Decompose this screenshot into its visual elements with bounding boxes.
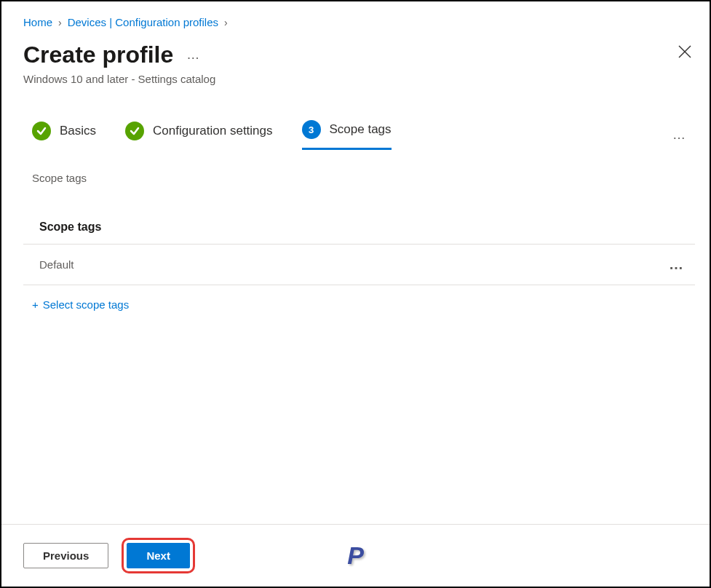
chevron-right-icon: › [58, 17, 62, 28]
plus-icon: + [32, 298, 39, 311]
previous-button[interactable]: Previous [23, 543, 108, 568]
more-steps-icon[interactable]: … [672, 127, 695, 143]
close-icon [678, 45, 691, 58]
breadcrumb: Home › Devices | Configuration profiles … [23, 16, 695, 28]
close-button[interactable] [675, 41, 695, 62]
more-options-icon[interactable]: … [186, 47, 201, 63]
row-more-icon[interactable]: … [669, 256, 685, 273]
wizard-step-basics[interactable]: Basics [32, 122, 96, 149]
section-label: Scope tags [23, 172, 695, 184]
check-icon [125, 122, 144, 140]
check-icon [32, 122, 51, 140]
select-link-label: Select scope tags [43, 298, 129, 311]
table-header: Scope tags [23, 220, 695, 245]
wizard-step-config[interactable]: Configuration settings [125, 122, 272, 149]
breadcrumb-home[interactable]: Home [23, 16, 52, 28]
next-button[interactable]: Next [127, 543, 190, 568]
brand-logo: P [347, 541, 364, 570]
page-subtitle: Windows 10 and later - Settings catalog [23, 73, 695, 85]
step-number-icon: 3 [302, 120, 321, 139]
page-title: Create profile [23, 41, 173, 68]
breadcrumb-devices[interactable]: Devices | Configuration profiles [68, 16, 218, 28]
select-scope-tags-link[interactable]: + Select scope tags [23, 285, 129, 311]
wizard-step-scope-tags[interactable]: 3 Scope tags [302, 120, 392, 150]
wizard-step-label: Configuration settings [153, 124, 272, 138]
chevron-right-icon: › [224, 17, 228, 28]
wizard-step-label: Basics [60, 124, 96, 138]
highlight-annotation: Next [122, 538, 195, 573]
scope-tag-value: Default [39, 258, 74, 271]
footer: Previous Next P [1, 524, 710, 587]
wizard-step-label: Scope tags [330, 122, 392, 137]
table-row: Default … [23, 245, 695, 285]
wizard-steps: Basics Configuration settings 3 Scope ta… [23, 120, 695, 150]
